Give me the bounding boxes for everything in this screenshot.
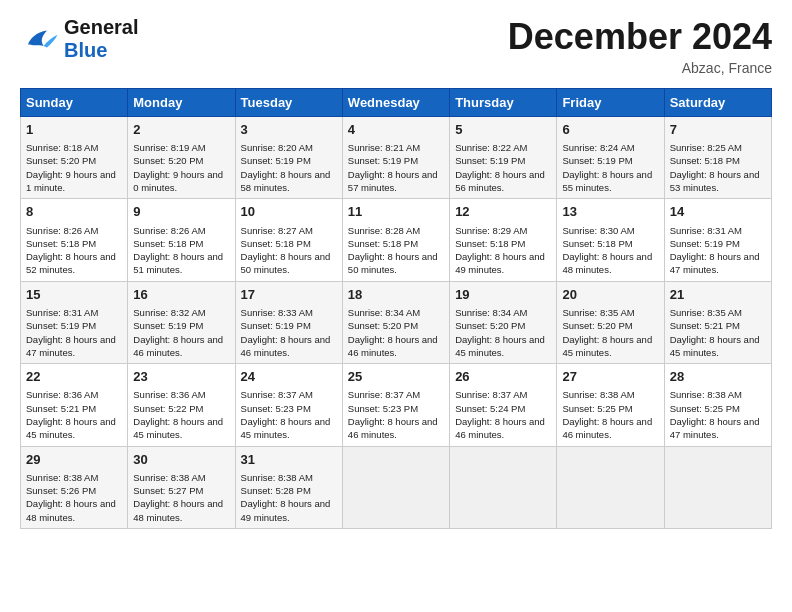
sunset: Sunset: 5:23 PM	[241, 403, 311, 414]
daylight: Daylight: 8 hours and 48 minutes.	[26, 498, 116, 522]
sunrise: Sunrise: 8:38 AM	[26, 472, 98, 483]
sunrise: Sunrise: 8:30 AM	[562, 225, 634, 236]
logo: General Blue	[20, 16, 138, 62]
daylight: Daylight: 8 hours and 56 minutes.	[455, 169, 545, 193]
sunset: Sunset: 5:19 PM	[241, 320, 311, 331]
logo-icon	[20, 25, 60, 53]
sunrise: Sunrise: 8:36 AM	[133, 389, 205, 400]
sunset: Sunset: 5:18 PM	[241, 238, 311, 249]
sunset: Sunset: 5:26 PM	[26, 485, 96, 496]
calendar-week-1: 1Sunrise: 8:18 AMSunset: 5:20 PMDaylight…	[21, 117, 772, 199]
daylight: Daylight: 8 hours and 47 minutes.	[26, 334, 116, 358]
calendar-cell: 23Sunrise: 8:36 AMSunset: 5:22 PMDayligh…	[128, 364, 235, 446]
day-number: 23	[133, 368, 229, 386]
daylight: Daylight: 8 hours and 49 minutes.	[241, 498, 331, 522]
calendar-week-2: 8Sunrise: 8:26 AMSunset: 5:18 PMDaylight…	[21, 199, 772, 281]
calendar-cell: 24Sunrise: 8:37 AMSunset: 5:23 PMDayligh…	[235, 364, 342, 446]
sunset: Sunset: 5:18 PM	[562, 238, 632, 249]
daylight: Daylight: 8 hours and 57 minutes.	[348, 169, 438, 193]
sunrise: Sunrise: 8:36 AM	[26, 389, 98, 400]
day-number: 2	[133, 121, 229, 139]
sunrise: Sunrise: 8:31 AM	[26, 307, 98, 318]
daylight: Daylight: 8 hours and 46 minutes.	[348, 416, 438, 440]
sunrise: Sunrise: 8:20 AM	[241, 142, 313, 153]
sunrise: Sunrise: 8:34 AM	[455, 307, 527, 318]
day-number: 4	[348, 121, 444, 139]
daylight: Daylight: 8 hours and 47 minutes.	[670, 251, 760, 275]
day-number: 21	[670, 286, 766, 304]
sunset: Sunset: 5:18 PM	[133, 238, 203, 249]
calendar-cell: 22Sunrise: 8:36 AMSunset: 5:21 PMDayligh…	[21, 364, 128, 446]
sunrise: Sunrise: 8:35 AM	[562, 307, 634, 318]
sunset: Sunset: 5:21 PM	[670, 320, 740, 331]
sunrise: Sunrise: 8:33 AM	[241, 307, 313, 318]
calendar-table: SundayMondayTuesdayWednesdayThursdayFrid…	[20, 88, 772, 529]
calendar-header-row: SundayMondayTuesdayWednesdayThursdayFrid…	[21, 89, 772, 117]
daylight: Daylight: 8 hours and 53 minutes.	[670, 169, 760, 193]
sunrise: Sunrise: 8:26 AM	[26, 225, 98, 236]
daylight: Daylight: 8 hours and 55 minutes.	[562, 169, 652, 193]
header: General Blue December 2024 Abzac, France	[20, 16, 772, 76]
col-header-saturday: Saturday	[664, 89, 771, 117]
daylight: Daylight: 8 hours and 45 minutes.	[133, 416, 223, 440]
calendar-cell: 14Sunrise: 8:31 AMSunset: 5:19 PMDayligh…	[664, 199, 771, 281]
day-number: 31	[241, 451, 337, 469]
sunset: Sunset: 5:22 PM	[133, 403, 203, 414]
calendar-cell	[557, 446, 664, 528]
calendar-body: 1Sunrise: 8:18 AMSunset: 5:20 PMDaylight…	[21, 117, 772, 529]
location: Abzac, France	[508, 60, 772, 76]
calendar-cell: 11Sunrise: 8:28 AMSunset: 5:18 PMDayligh…	[342, 199, 449, 281]
day-number: 8	[26, 203, 122, 221]
sunset: Sunset: 5:20 PM	[26, 155, 96, 166]
day-number: 22	[26, 368, 122, 386]
col-header-thursday: Thursday	[450, 89, 557, 117]
sunset: Sunset: 5:18 PM	[348, 238, 418, 249]
sunset: Sunset: 5:19 PM	[455, 155, 525, 166]
sunset: Sunset: 5:20 PM	[562, 320, 632, 331]
sunrise: Sunrise: 8:38 AM	[562, 389, 634, 400]
daylight: Daylight: 8 hours and 48 minutes.	[562, 251, 652, 275]
daylight: Daylight: 8 hours and 48 minutes.	[133, 498, 223, 522]
day-number: 14	[670, 203, 766, 221]
sunset: Sunset: 5:19 PM	[562, 155, 632, 166]
sunset: Sunset: 5:19 PM	[670, 238, 740, 249]
sunrise: Sunrise: 8:27 AM	[241, 225, 313, 236]
sunrise: Sunrise: 8:18 AM	[26, 142, 98, 153]
calendar-cell	[342, 446, 449, 528]
calendar-cell: 8Sunrise: 8:26 AMSunset: 5:18 PMDaylight…	[21, 199, 128, 281]
calendar-cell: 28Sunrise: 8:38 AMSunset: 5:25 PMDayligh…	[664, 364, 771, 446]
day-number: 27	[562, 368, 658, 386]
sunset: Sunset: 5:20 PM	[348, 320, 418, 331]
sunset: Sunset: 5:18 PM	[455, 238, 525, 249]
calendar-week-5: 29Sunrise: 8:38 AMSunset: 5:26 PMDayligh…	[21, 446, 772, 528]
calendar-cell: 2Sunrise: 8:19 AMSunset: 5:20 PMDaylight…	[128, 117, 235, 199]
calendar-cell: 7Sunrise: 8:25 AMSunset: 5:18 PMDaylight…	[664, 117, 771, 199]
day-number: 20	[562, 286, 658, 304]
sunset: Sunset: 5:19 PM	[241, 155, 311, 166]
daylight: Daylight: 8 hours and 46 minutes.	[562, 416, 652, 440]
calendar-cell: 26Sunrise: 8:37 AMSunset: 5:24 PMDayligh…	[450, 364, 557, 446]
day-number: 13	[562, 203, 658, 221]
sunset: Sunset: 5:28 PM	[241, 485, 311, 496]
daylight: Daylight: 8 hours and 47 minutes.	[670, 416, 760, 440]
sunrise: Sunrise: 8:31 AM	[670, 225, 742, 236]
calendar-cell: 1Sunrise: 8:18 AMSunset: 5:20 PMDaylight…	[21, 117, 128, 199]
daylight: Daylight: 8 hours and 46 minutes.	[241, 334, 331, 358]
day-number: 16	[133, 286, 229, 304]
sunrise: Sunrise: 8:37 AM	[241, 389, 313, 400]
sunrise: Sunrise: 8:26 AM	[133, 225, 205, 236]
sunset: Sunset: 5:19 PM	[26, 320, 96, 331]
calendar-container: General Blue December 2024 Abzac, France…	[0, 0, 792, 539]
day-number: 26	[455, 368, 551, 386]
sunset: Sunset: 5:18 PM	[670, 155, 740, 166]
sunrise: Sunrise: 8:25 AM	[670, 142, 742, 153]
day-number: 10	[241, 203, 337, 221]
calendar-cell: 21Sunrise: 8:35 AMSunset: 5:21 PMDayligh…	[664, 281, 771, 363]
sunrise: Sunrise: 8:35 AM	[670, 307, 742, 318]
daylight: Daylight: 8 hours and 49 minutes.	[455, 251, 545, 275]
day-number: 28	[670, 368, 766, 386]
day-number: 3	[241, 121, 337, 139]
sunrise: Sunrise: 8:32 AM	[133, 307, 205, 318]
sunrise: Sunrise: 8:38 AM	[133, 472, 205, 483]
calendar-cell: 4Sunrise: 8:21 AMSunset: 5:19 PMDaylight…	[342, 117, 449, 199]
